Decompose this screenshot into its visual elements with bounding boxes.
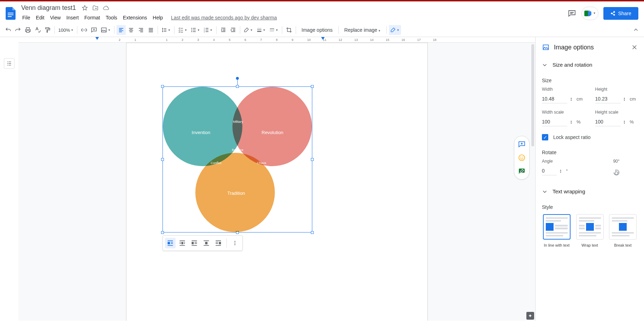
cloud-status-icon[interactable]: [103, 5, 109, 11]
share-label: Share: [618, 11, 631, 16]
selected-image[interactable]: Invention Revolution Tradition Military …: [163, 86, 312, 233]
rotate90-label: 90°: [613, 159, 620, 164]
editing-mode-button[interactable]: ▼: [389, 25, 401, 35]
svg-rect-2: [8, 16, 12, 17]
indent-increase-button[interactable]: [229, 25, 238, 35]
menu-help[interactable]: Help: [150, 14, 165, 22]
venn-label-chaos: Chaos: [257, 161, 266, 165]
svg-rect-11: [181, 242, 183, 244]
spinner[interactable]: ▲▼: [624, 97, 627, 101]
svg-text:3: 3: [204, 31, 205, 33]
docs-icon[interactable]: [4, 6, 18, 20]
svg-rect-23: [615, 171, 618, 175]
svg-rect-12: [191, 242, 194, 244]
image-icon: [542, 43, 550, 51]
indent-decrease-button[interactable]: [219, 25, 228, 35]
document-canvas[interactable]: 21123456789101112131415161718: [18, 37, 535, 321]
rotate-handle[interactable]: [236, 77, 239, 80]
insert-image-button[interactable]: ▼: [99, 25, 112, 35]
svg-rect-22: [543, 45, 549, 49]
star-icon[interactable]: [82, 5, 88, 11]
border-color-button[interactable]: ▼: [242, 25, 254, 35]
print-button[interactable]: [23, 25, 33, 35]
explore-button[interactable]: ✦: [526, 312, 534, 320]
align-center-button[interactable]: [126, 25, 136, 35]
bullet-list-button[interactable]: ▼: [189, 25, 201, 35]
height-scale-input[interactable]: [595, 117, 621, 126]
menu-tools[interactable]: Tools: [103, 14, 120, 22]
add-emoji-floating[interactable]: [516, 152, 528, 164]
comment-history-icon[interactable]: [567, 9, 577, 18]
outline-toggle-button[interactable]: [4, 58, 14, 69]
svg-point-15: [234, 241, 235, 242]
wrap-break-left-button[interactable]: [189, 238, 200, 248]
chevron-down-icon: [542, 62, 548, 68]
spinner[interactable]: ▲▼: [624, 120, 627, 124]
menu-file[interactable]: File: [20, 14, 33, 22]
align-justify-button[interactable]: [146, 25, 155, 35]
share-button[interactable]: Share: [603, 7, 638, 20]
menu-extensions[interactable]: Extensions: [120, 14, 149, 22]
image-options-button[interactable]: Image options: [298, 27, 336, 33]
meet-button[interactable]: ▼: [581, 7, 598, 20]
undo-button[interactable]: [4, 25, 13, 35]
spinner[interactable]: ▲▼: [560, 169, 563, 173]
replace-image-button[interactable]: Replace image▼: [341, 27, 384, 33]
ruler[interactable]: 21123456789101112131415161718: [18, 37, 535, 43]
paint-format-button[interactable]: [43, 25, 52, 35]
numbered-list-button[interactable]: 123▼: [202, 25, 214, 35]
width-scale-input[interactable]: [542, 117, 567, 126]
image-wrap-toolbar: [163, 235, 243, 251]
menu-insert[interactable]: Insert: [64, 14, 81, 22]
wrap-break-right-button[interactable]: [213, 238, 224, 248]
wrap-wrap-button[interactable]: [177, 238, 188, 248]
align-left-button[interactable]: [117, 25, 126, 35]
add-suggestion-floating[interactable]: [516, 165, 528, 177]
menu-view[interactable]: View: [48, 14, 63, 22]
style-wrap[interactable]: Wrap text: [575, 214, 605, 247]
move-icon[interactable]: [92, 5, 99, 11]
close-icon[interactable]: [631, 44, 638, 50]
lock-aspect-checkbox[interactable]: ✓: [542, 134, 548, 140]
insert-comment-button[interactable]: [89, 25, 99, 35]
align-right-button[interactable]: [136, 25, 146, 35]
zoom-select[interactable]: 100%▼: [57, 25, 75, 35]
rotate90-button[interactable]: [613, 169, 620, 176]
wrap-inline-button[interactable]: [165, 238, 176, 248]
border-dash-button[interactable]: ▼: [268, 25, 280, 35]
crop-button[interactable]: [284, 25, 294, 35]
svg-rect-10: [167, 242, 170, 244]
height-input[interactable]: [595, 95, 621, 103]
floating-actions: [514, 136, 530, 180]
width-scale-label: Width scale: [542, 110, 585, 115]
menu-format[interactable]: Format: [82, 14, 102, 22]
spellcheck-button[interactable]: [33, 25, 42, 35]
menu-edit[interactable]: Edit: [34, 14, 47, 22]
wrap-break-button[interactable]: [201, 238, 212, 248]
width-input[interactable]: [542, 95, 567, 103]
venn-label-balance: Balance: [232, 148, 244, 152]
checklist-button[interactable]: ▼: [177, 25, 189, 35]
spinner[interactable]: ▲▼: [570, 120, 574, 124]
venn-label-revolution: Revolution: [262, 130, 283, 135]
scrollbar[interactable]: [531, 44, 534, 146]
section-size-rotation[interactable]: Size and rotation: [536, 57, 644, 73]
style-inline[interactable]: In line with text: [542, 214, 572, 247]
venn-label-tradition: Tradition: [228, 191, 245, 196]
angle-input[interactable]: [542, 167, 557, 175]
svg-point-17: [234, 244, 235, 245]
header: Venn diagram test1 File Edit View Insert…: [0, 1, 644, 23]
insert-link-button[interactable]: [79, 25, 89, 35]
collapse-toolbar-button[interactable]: [631, 25, 640, 35]
spinner[interactable]: ▲▼: [570, 97, 574, 101]
chevron-down-icon: ▼: [593, 12, 596, 15]
style-break[interactable]: Break text: [608, 214, 638, 247]
line-spacing-button[interactable]: ▼: [160, 25, 172, 35]
section-text-wrapping[interactable]: Text wrapping: [536, 183, 644, 199]
add-comment-floating[interactable]: [516, 138, 528, 150]
redo-button[interactable]: [13, 25, 23, 35]
border-weight-button[interactable]: ▼: [255, 25, 267, 35]
last-edit-link[interactable]: Last edit was made seconds ago by dev sh…: [171, 15, 277, 20]
document-title[interactable]: Venn diagram test1: [20, 4, 77, 12]
wrap-more-button[interactable]: [230, 238, 240, 248]
